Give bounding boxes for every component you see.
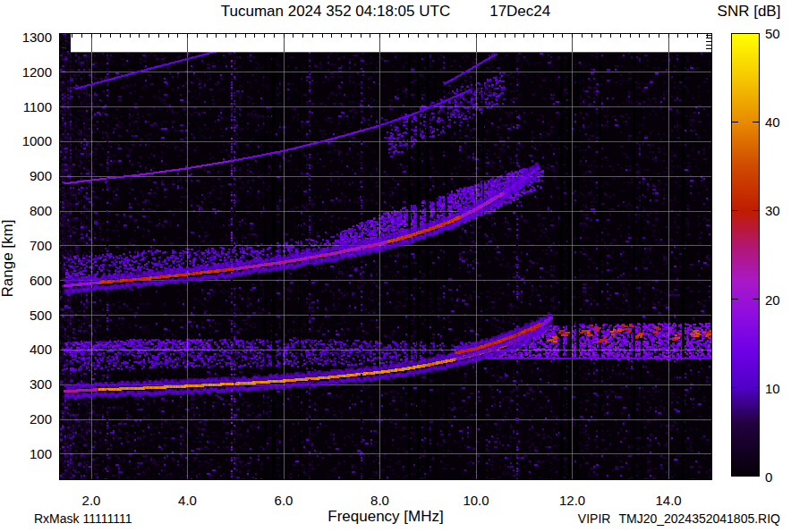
instrument-name: VIPIR bbox=[578, 511, 611, 526]
date-label: 17Dec24 bbox=[489, 3, 550, 21]
y-tick-label-200: 200 bbox=[11, 411, 52, 426]
x-tick-label-4: 4.0 bbox=[166, 493, 209, 508]
y-tick-label-1100: 1100 bbox=[11, 99, 52, 114]
x-tick-label-12: 12.0 bbox=[551, 493, 594, 508]
y-tick-label-100: 100 bbox=[11, 446, 52, 461]
y-tick-label-1000: 1000 bbox=[11, 133, 52, 148]
y-tick-label-900: 900 bbox=[11, 168, 52, 183]
colorbar-tick-label-10: 10 bbox=[765, 381, 791, 396]
colorbar-tick-mark bbox=[753, 210, 759, 211]
colorbar-tick-mark bbox=[732, 210, 738, 211]
station-datetime: Tucuman 2024 352 04:18:05 UTC bbox=[221, 3, 450, 21]
colorbar-tick-mark bbox=[753, 122, 759, 122]
colorbar-tick-mark bbox=[753, 387, 759, 388]
x-tick-label-2: 2.0 bbox=[70, 493, 113, 508]
ionogram-figure: Tucuman 2024 352 04:18:05 UTC 17Dec24 SN… bbox=[0, 0, 791, 532]
x-tick-label-10: 10.0 bbox=[455, 493, 498, 508]
colorbar-tick-label-0: 0 bbox=[765, 469, 791, 485]
colorbar-tick-label-50: 50 bbox=[765, 26, 791, 41]
plot-title: Tucuman 2024 352 04:18:05 UTC 17Dec24 bbox=[59, 3, 712, 21]
colorbar-tick-label-30: 30 bbox=[765, 203, 791, 218]
y-tick-label-600: 600 bbox=[11, 273, 52, 288]
ionogram-plot-canvas bbox=[59, 33, 712, 480]
x-tick-label-14: 14.0 bbox=[647, 493, 690, 508]
colorbar-tick-label-20: 20 bbox=[765, 292, 791, 308]
data-file-label: VIPIR TMJ20_2024352041805.RIQ bbox=[501, 511, 780, 526]
colorbar-tick-mark bbox=[732, 387, 738, 388]
y-tick-label-1300: 1300 bbox=[11, 30, 52, 45]
y-tick-label-800: 800 bbox=[11, 203, 52, 218]
y-tick-label-500: 500 bbox=[11, 308, 52, 323]
x-axis-label: Frequency [MHz] bbox=[296, 508, 475, 526]
colorbar-tick-label-40: 40 bbox=[765, 114, 791, 130]
y-tick-label-400: 400 bbox=[11, 342, 52, 357]
colorbar-tick-mark bbox=[732, 122, 738, 122]
y-tick-label-1200: 1200 bbox=[11, 64, 52, 80]
y-tick-label-300: 300 bbox=[11, 376, 52, 392]
colorbar-tick-mark bbox=[732, 299, 738, 300]
y-tick-label-700: 700 bbox=[11, 238, 52, 253]
data-filename: TMJ20_2024352041805.RIQ bbox=[618, 511, 780, 526]
x-tick-label-8: 8.0 bbox=[359, 493, 402, 508]
colorbar-title: SNR [dB] bbox=[707, 3, 791, 21]
x-tick-label-6: 6.0 bbox=[262, 493, 305, 508]
snr-colorbar bbox=[731, 33, 760, 477]
colorbar-tick-mark bbox=[753, 299, 759, 300]
rx-mask-label: RxMask 11111111 bbox=[34, 511, 132, 526]
